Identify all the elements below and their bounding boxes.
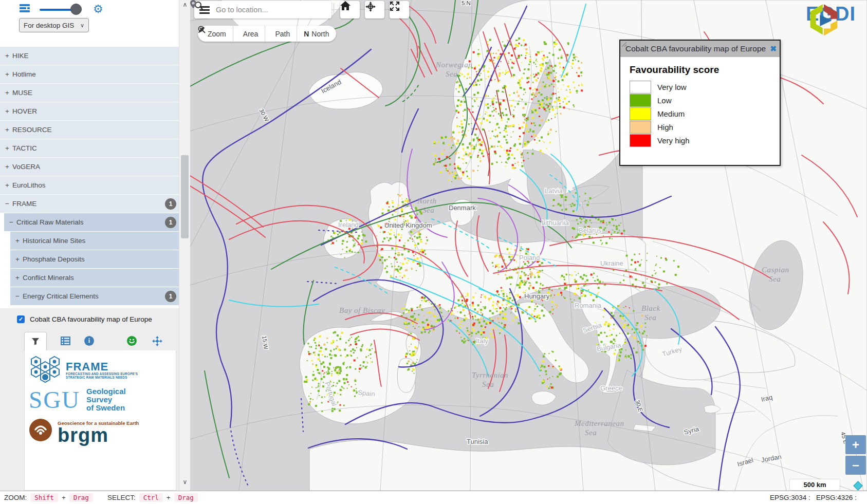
tab-feedback-smiley[interactable] [127, 336, 137, 346]
layer-row-muse[interactable]: +MUSE [0, 84, 179, 102]
expand-icon[interactable]: + [5, 107, 12, 115]
frame-logo-name: FRAME [66, 362, 138, 372]
layer-label: EuroLithos [12, 181, 46, 189]
map-label: North [417, 197, 437, 205]
gear-icon[interactable]: ⚙ [93, 4, 103, 15]
map-label: Sea [769, 275, 781, 283]
plus-sign: + [167, 494, 171, 501]
layer-row-frame[interactable]: −FRAME1 [0, 195, 179, 213]
map-label: Mediterranean [574, 419, 624, 427]
legend-swatch [630, 81, 651, 94]
zoom-in-button[interactable]: + [845, 435, 866, 454]
kbd-drag: Drag [69, 493, 93, 502]
tool-label: North [311, 30, 329, 38]
map-label: Tunisia [467, 438, 488, 445]
layer-label: Phosphate Deposits [23, 255, 85, 263]
tab-zoom-to-layer[interactable] [152, 336, 162, 346]
select-hint-label: SELECT: [107, 494, 136, 501]
expand-icon[interactable]: + [15, 274, 23, 282]
chevron-down-icon: ∨ [80, 22, 84, 29]
zoom-out-button[interactable]: − [845, 456, 866, 475]
expand-icon[interactable]: + [5, 181, 12, 189]
toolbar-divider [334, 3, 334, 16]
funnel-icon [31, 338, 40, 345]
expand-icon[interactable]: + [5, 52, 12, 60]
layer-tab-bar: i [24, 331, 162, 350]
legend-panel[interactable]: Cobalt CBA favourability map of Europe ✖… [619, 40, 781, 166]
legend-swatch [630, 134, 651, 147]
legend-item: Very low [630, 81, 780, 94]
layer-row-vogera[interactable]: +VoGERA [0, 158, 179, 176]
map-label: Ireland [338, 221, 359, 229]
status-bar: ZOOM: Shift + Drag SELECT: Ctrl + Drag E… [0, 491, 867, 504]
layer-label: HOVER [12, 107, 37, 115]
search-input[interactable] [216, 6, 326, 14]
layer-label: Energy Critical Elements [23, 292, 99, 300]
cobalt-layer-label: Cobalt CBA favourability map of Europe [30, 315, 152, 323]
collapse-icon[interactable]: − [5, 200, 12, 208]
egdi-logo: EGDI [806, 3, 861, 25]
legend-header[interactable]: Cobalt CBA favourability map of Europe ✖ [620, 41, 780, 57]
map-label: Sea [422, 206, 434, 214]
tool-area-button[interactable]: Area [233, 26, 266, 42]
layer-row-conflict-minerals[interactable]: +Conflict Minerals [10, 269, 179, 287]
scroll-up-icon[interactable]: ∧ [179, 0, 191, 9]
layer-label: MUSE [12, 89, 32, 97]
map-label: Black [641, 304, 660, 312]
kbd-ctrl: Ctrl [139, 493, 163, 502]
expand-icon[interactable]: + [15, 237, 23, 245]
expand-icon[interactable]: + [15, 255, 23, 263]
collapse-icon[interactable]: − [9, 218, 16, 226]
sidebar-toolbar: ⚙ For desktop GIS ∨ [0, 0, 179, 47]
tab-attribute-table[interactable] [61, 337, 70, 345]
tool-path-button[interactable]: Path [265, 26, 297, 42]
legend-items: Very lowLowMediumHighVery high [620, 81, 780, 147]
slider-knob[interactable] [70, 4, 82, 15]
fullscreen-button[interactable] [390, 1, 409, 18]
layer-row-critical-raw-materials[interactable]: −Critical Raw Materials1 [4, 213, 179, 232]
layer-row-eurolithos[interactable]: +EuroLithos [0, 176, 179, 195]
gis-mode-select[interactable]: For desktop GIS ∨ [19, 18, 89, 32]
layer-row-hotlime[interactable]: +Hotlime [0, 65, 179, 84]
resize-handle[interactable] [620, 41, 627, 47]
expand-icon[interactable]: + [5, 163, 12, 171]
map-label: Lithuania [542, 219, 569, 227]
legend-swatch [630, 94, 651, 107]
tool-north-button[interactable]: NNorth [297, 26, 336, 42]
close-icon[interactable]: ✖ [770, 44, 777, 54]
move-arrows-icon [152, 336, 162, 346]
brgm-logo: Geoscience for a sustainable Earth brgm [29, 418, 176, 444]
opacity-slider[interactable] [40, 4, 82, 15]
smiley-icon [127, 336, 137, 346]
scroll-down-icon[interactable]: ∨ [179, 477, 191, 487]
layer-label: TACTIC [12, 144, 37, 152]
brgm-logo-name: brgm [58, 426, 139, 444]
scrollbar-thumb[interactable] [181, 155, 189, 238]
layer-row-phosphate-deposits[interactable]: +Phosphate Deposits [10, 250, 179, 269]
tab-info[interactable]: i [84, 336, 94, 346]
locate-button[interactable] [365, 1, 384, 18]
cobalt-layer-checkbox[interactable]: ✓ [17, 315, 25, 323]
base-layers-icon[interactable] [19, 3, 30, 15]
collapse-icon[interactable]: − [15, 292, 23, 300]
map-label: Hungary [524, 292, 550, 300]
legend-item-label: Very high [657, 136, 690, 145]
expand-icon[interactable]: + [5, 126, 12, 134]
sidebar-scrollbar[interactable]: ∧ ∨ [179, 0, 190, 491]
map-canvas[interactable]: NorwegianSeaNorthSeaBay of BiscayTyrrhen… [190, 0, 867, 491]
expand-icon[interactable]: + [5, 70, 12, 78]
tab-filter[interactable] [24, 332, 47, 350]
layer-row-tactic[interactable]: +TACTIC [0, 139, 179, 158]
expand-icon[interactable]: + [5, 144, 12, 152]
brgm-circle-icon [29, 418, 52, 442]
map-label: United Kingdom [384, 221, 432, 229]
expand-icon[interactable]: + [5, 89, 12, 97]
legend-item: Low [630, 94, 780, 107]
layer-row-energy-critical-elements[interactable]: −Energy Critical Elements1 [10, 287, 179, 306]
layer-row-historical-mine-sites[interactable]: +Historical Mine Sites [10, 232, 179, 250]
layer-row-hike[interactable]: +HIKE [0, 47, 179, 65]
home-button[interactable] [340, 1, 360, 18]
layer-metadata-card: FRAME FORECASTING AND ASSESSING EUROPE'S… [24, 350, 176, 491]
layer-row-resource[interactable]: +RESOURCE [0, 121, 179, 139]
layer-row-hover[interactable]: +HOVER [0, 102, 179, 121]
